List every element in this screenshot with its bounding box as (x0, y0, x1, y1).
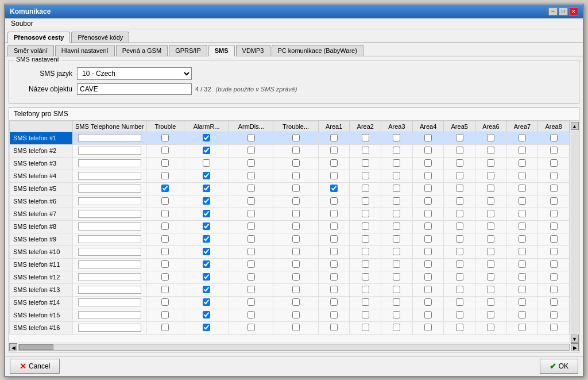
row-area8-6[interactable] (538, 195, 570, 208)
row-area2-11[interactable] (350, 258, 381, 271)
row-alarmr-7[interactable] (184, 208, 229, 220)
row-area5-4[interactable] (444, 170, 475, 182)
row-area1-15[interactable] (318, 309, 350, 321)
row-area1-16[interactable] (318, 321, 350, 334)
row-armdis-13[interactable] (229, 283, 273, 296)
close-button[interactable]: ✕ (569, 7, 578, 16)
row-trouble2-6[interactable] (273, 195, 318, 208)
row-armdis-8[interactable] (229, 220, 273, 233)
row-area3-11[interactable] (381, 258, 413, 271)
row-area4-3[interactable] (412, 157, 444, 170)
row-trouble2-1[interactable] (273, 132, 318, 144)
row-area1-12[interactable] (318, 271, 350, 283)
row-trouble2-14[interactable] (273, 296, 318, 309)
row-area8-4[interactable] (538, 170, 570, 182)
row-phone-9[interactable] (73, 233, 147, 245)
row-area5-2[interactable] (444, 144, 475, 157)
table-row[interactable]: SMS telefon #7 (10, 208, 570, 220)
row-area8-16[interactable] (538, 321, 570, 334)
row-area7-14[interactable] (506, 296, 538, 309)
inner-tab-pc_komunikace[interactable]: PC komunikace (BabyWare) (272, 45, 363, 56)
row-area7-9[interactable] (506, 233, 538, 245)
row-trouble2-2[interactable] (273, 144, 318, 157)
row-area8-3[interactable] (538, 157, 570, 170)
row-armdis-6[interactable] (229, 195, 273, 208)
row-phone-2[interactable] (73, 144, 147, 157)
inner-tab-gprs_ip[interactable]: GPRS/IP (169, 45, 207, 56)
row-area8-9[interactable] (538, 233, 570, 245)
row-area6-10[interactable] (475, 245, 507, 258)
table-row[interactable]: SMS telefon #6 (10, 195, 570, 208)
sms-jazyk-select[interactable]: 10 - Czech1 - English2 - German3 - Frenc… (77, 67, 192, 80)
row-phone-4[interactable] (73, 170, 147, 182)
row-area5-11[interactable] (444, 258, 475, 271)
minimize-button[interactable]: – (548, 7, 558, 16)
row-area7-10[interactable] (506, 245, 538, 258)
row-armdis-7[interactable] (229, 208, 273, 220)
row-area6-12[interactable] (475, 271, 507, 283)
row-trouble2-13[interactable] (273, 283, 318, 296)
table-row[interactable]: SMS telefon #16 (10, 321, 570, 334)
row-phone-5[interactable] (73, 182, 147, 195)
row-area6-9[interactable] (475, 233, 507, 245)
row-area4-4[interactable] (412, 170, 444, 182)
row-armdis-10[interactable] (229, 245, 273, 258)
row-area7-5[interactable] (506, 182, 538, 195)
table-row[interactable]: SMS telefon #2 (10, 144, 570, 157)
row-area1-8[interactable] (318, 220, 350, 233)
inner-tab-pevna_gsm[interactable]: Pevná a GSM (116, 45, 168, 56)
row-trouble-7[interactable] (146, 208, 184, 220)
row-area8-10[interactable] (538, 245, 570, 258)
row-area7-8[interactable] (506, 220, 538, 233)
row-trouble-4[interactable] (146, 170, 184, 182)
row-trouble-11[interactable] (146, 258, 184, 271)
row-area1-7[interactable] (318, 208, 350, 220)
row-phone-15[interactable] (73, 309, 147, 321)
row-area7-11[interactable] (506, 258, 538, 271)
row-area2-1[interactable] (350, 132, 381, 144)
row-phone-7[interactable] (73, 208, 147, 220)
row-armdis-14[interactable] (229, 296, 273, 309)
row-area5-9[interactable] (444, 233, 475, 245)
row-area2-12[interactable] (350, 271, 381, 283)
row-area3-5[interactable] (381, 182, 413, 195)
row-area7-15[interactable] (506, 309, 538, 321)
row-area1-9[interactable] (318, 233, 350, 245)
row-area8-1[interactable] (538, 132, 570, 144)
row-trouble-15[interactable] (146, 309, 184, 321)
row-armdis-5[interactable] (229, 182, 273, 195)
row-area2-3[interactable] (350, 157, 381, 170)
row-area3-14[interactable] (381, 296, 413, 309)
row-trouble2-12[interactable] (273, 271, 318, 283)
row-area8-2[interactable] (538, 144, 570, 157)
row-area2-4[interactable] (350, 170, 381, 182)
row-area8-12[interactable] (538, 271, 570, 283)
row-area6-2[interactable] (475, 144, 507, 157)
row-area3-15[interactable] (381, 309, 413, 321)
row-area3-7[interactable] (381, 208, 413, 220)
row-area7-1[interactable] (506, 132, 538, 144)
row-area3-6[interactable] (381, 195, 413, 208)
row-trouble-12[interactable] (146, 271, 184, 283)
v-scrollbar[interactable]: ▲ ▼ (570, 121, 579, 343)
row-area6-7[interactable] (475, 208, 507, 220)
row-area8-7[interactable] (538, 208, 570, 220)
table-row[interactable]: SMS telefon #4 (10, 170, 570, 182)
row-alarmr-16[interactable] (184, 321, 229, 334)
row-trouble2-8[interactable] (273, 220, 318, 233)
row-area6-13[interactable] (475, 283, 507, 296)
row-trouble2-4[interactable] (273, 170, 318, 182)
row-phone-16[interactable] (73, 321, 147, 334)
row-area4-9[interactable] (412, 233, 444, 245)
inner-tab-hlavni_nastaveni[interactable]: Hlavní nastavení (55, 45, 115, 56)
row-area2-13[interactable] (350, 283, 381, 296)
row-alarmr-8[interactable] (184, 220, 229, 233)
row-area2-7[interactable] (350, 208, 381, 220)
row-area1-3[interactable] (318, 157, 350, 170)
row-area3-3[interactable] (381, 157, 413, 170)
row-alarmr-9[interactable] (184, 233, 229, 245)
outer-tab-prenosove_kody[interactable]: Přenosové kódy (71, 32, 129, 43)
table-row[interactable]: SMS telefon #1 (10, 132, 570, 144)
row-area2-10[interactable] (350, 245, 381, 258)
row-armdis-12[interactable] (229, 271, 273, 283)
